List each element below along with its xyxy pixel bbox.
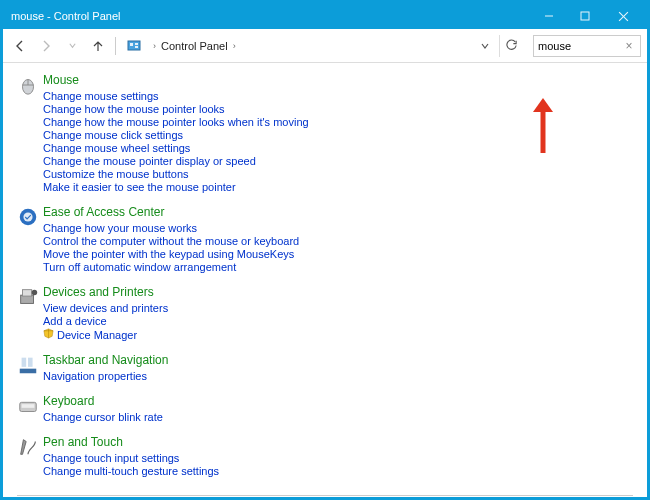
section-body: Devices and PrintersView devices and pri…: [43, 285, 633, 341]
setting-link[interactable]: Change how the mouse pointer looks: [43, 103, 633, 115]
section-body: Pen and TouchChange touch input settings…: [43, 435, 633, 477]
setting-link-label: Change how your mouse works: [43, 222, 197, 234]
svg-rect-16: [20, 369, 37, 374]
close-button[interactable]: [603, 5, 643, 27]
results-section: Pen and TouchChange touch input settings…: [17, 435, 633, 477]
setting-link-label: Change multi-touch gesture settings: [43, 465, 219, 477]
section-body: MouseChange mouse settingsChange how the…: [43, 73, 633, 193]
breadcrumb[interactable]: › Control Panel ›: [150, 29, 471, 62]
clear-search-icon[interactable]: ×: [622, 39, 636, 53]
toolbar-separator: [115, 37, 116, 55]
setting-link[interactable]: Change how your mouse works: [43, 222, 633, 234]
section-body: Taskbar and NavigationNavigation propert…: [43, 353, 633, 382]
setting-link[interactable]: Change multi-touch gesture settings: [43, 465, 633, 477]
setting-link-label: Change the mouse pointer display or spee…: [43, 155, 256, 167]
section-title[interactable]: Ease of Access Center: [43, 205, 633, 219]
setting-link[interactable]: Add a device: [43, 315, 633, 327]
setting-link-label: Move the pointer with the keypad using M…: [43, 248, 294, 260]
results-section: Devices and PrintersView devices and pri…: [17, 285, 633, 341]
svg-rect-20: [22, 404, 35, 408]
svg-point-12: [23, 212, 32, 221]
titlebar: mouse - Control Panel: [3, 3, 647, 29]
forward-button[interactable]: [35, 35, 57, 57]
svg-rect-5: [130, 43, 133, 46]
setting-link[interactable]: Turn off automatic window arrangement: [43, 261, 633, 273]
setting-link[interactable]: Device Manager: [43, 328, 633, 341]
setting-link-label: Navigation properties: [43, 370, 147, 382]
section-body: Ease of Access CenterChange how your mou…: [43, 205, 633, 273]
window: mouse - Control Panel › Control Pan: [3, 3, 647, 497]
section-body: KeyboardChange cursor blink rate: [43, 394, 633, 423]
setting-link[interactable]: Change the mouse pointer display or spee…: [43, 155, 633, 167]
control-panel-icon: [126, 38, 142, 54]
setting-link-label: Change mouse click settings: [43, 129, 183, 141]
setting-link-label: Device Manager: [57, 329, 137, 341]
setting-link[interactable]: Change mouse click settings: [43, 129, 633, 141]
setting-link[interactable]: Move the pointer with the keypad using M…: [43, 248, 633, 260]
section-title[interactable]: Mouse: [43, 73, 633, 87]
svg-rect-6: [135, 43, 138, 45]
results-section: Taskbar and NavigationNavigation propert…: [17, 353, 633, 382]
setting-link-label: View devices and printers: [43, 302, 168, 314]
setting-link-label: Change how the mouse pointer looks: [43, 103, 225, 115]
address-dropdown-icon[interactable]: [475, 35, 495, 57]
setting-link[interactable]: Customize the mouse buttons: [43, 168, 633, 180]
content-area: MouseChange mouse settingsChange how the…: [3, 63, 647, 497]
minimize-button[interactable]: [531, 5, 567, 27]
setting-link-label: Change mouse settings: [43, 90, 159, 102]
svg-rect-17: [22, 358, 27, 367]
section-title[interactable]: Taskbar and Navigation: [43, 353, 633, 367]
setting-link[interactable]: Change cursor blink rate: [43, 411, 633, 423]
section-icon: [17, 205, 43, 273]
shield-icon: [43, 328, 54, 341]
setting-link-label: Change cursor blink rate: [43, 411, 163, 423]
section-icon: [17, 353, 43, 382]
results-section: Ease of Access CenterChange how your mou…: [17, 205, 633, 273]
setting-link-label: Change how the mouse pointer looks when …: [43, 116, 309, 128]
up-button[interactable]: [87, 35, 109, 57]
section-title[interactable]: Keyboard: [43, 394, 633, 408]
setting-link-label: Add a device: [43, 315, 107, 327]
setting-link[interactable]: Change how the mouse pointer looks when …: [43, 116, 633, 128]
maximize-button[interactable]: [567, 5, 603, 27]
setting-link-label: Change touch input settings: [43, 452, 179, 464]
results-section: KeyboardChange cursor blink rate: [17, 394, 633, 423]
recent-dropdown-icon[interactable]: [61, 35, 83, 57]
section-title[interactable]: Devices and Printers: [43, 285, 633, 299]
window-title: mouse - Control Panel: [11, 10, 531, 22]
setting-link[interactable]: Change mouse wheel settings: [43, 142, 633, 154]
chevron-right-icon: ›: [230, 41, 239, 51]
back-button[interactable]: [9, 35, 31, 57]
section-title[interactable]: Pen and Touch: [43, 435, 633, 449]
svg-point-15: [32, 290, 37, 296]
setting-link-label: Customize the mouse buttons: [43, 168, 189, 180]
results-section: MouseChange mouse settingsChange how the…: [17, 73, 633, 193]
toolbar: › Control Panel › ×: [3, 29, 647, 63]
section-icon: [17, 394, 43, 423]
setting-link-label: Make it easier to see the mouse pointer: [43, 181, 236, 193]
breadcrumb-item[interactable]: Control Panel: [159, 40, 230, 52]
svg-rect-4: [128, 41, 140, 50]
setting-link-label: Change mouse wheel settings: [43, 142, 190, 154]
svg-rect-18: [28, 358, 33, 367]
refresh-button[interactable]: [499, 35, 523, 57]
setting-link[interactable]: View devices and printers: [43, 302, 633, 314]
setting-link[interactable]: Change mouse settings: [43, 90, 633, 102]
section-icon: [17, 285, 43, 341]
divider: [17, 495, 633, 496]
section-icon: [17, 73, 43, 193]
search-input[interactable]: [538, 40, 622, 52]
setting-link-label: Turn off automatic window arrangement: [43, 261, 236, 273]
search-box[interactable]: ×: [533, 35, 641, 57]
setting-link[interactable]: Navigation properties: [43, 370, 633, 382]
svg-rect-7: [135, 46, 138, 48]
setting-link-label: Control the computer without the mouse o…: [43, 235, 299, 247]
section-icon: [17, 435, 43, 477]
chevron-right-icon: ›: [150, 41, 159, 51]
svg-rect-14: [23, 290, 32, 296]
setting-link[interactable]: Change touch input settings: [43, 452, 633, 464]
svg-rect-1: [581, 12, 589, 20]
setting-link[interactable]: Make it easier to see the mouse pointer: [43, 181, 633, 193]
setting-link[interactable]: Control the computer without the mouse o…: [43, 235, 633, 247]
